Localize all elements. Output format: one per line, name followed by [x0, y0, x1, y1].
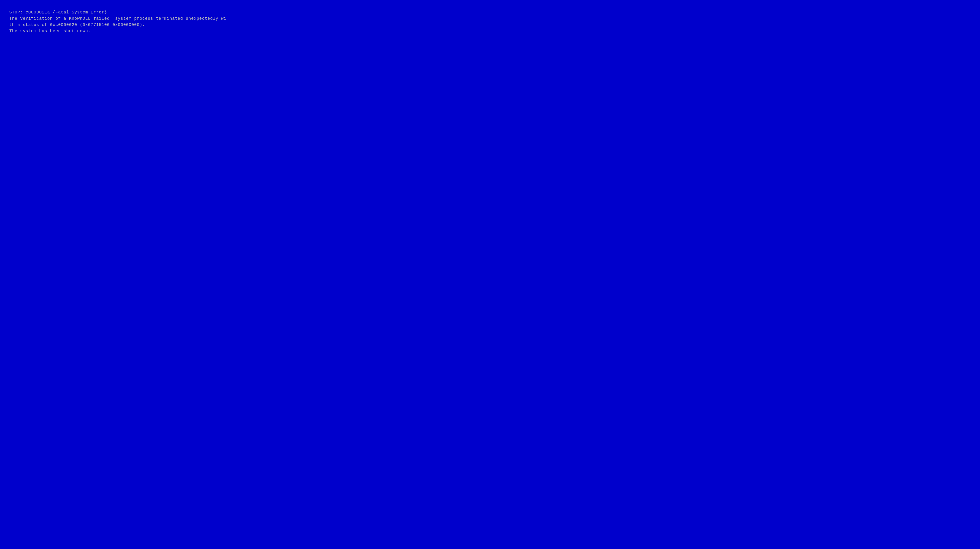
bsod-screen: STOP: c0000021a {Fatal System Error} The…	[0, 0, 980, 549]
bsod-error-text: STOP: c0000021a {Fatal System Error} The…	[9, 9, 226, 34]
